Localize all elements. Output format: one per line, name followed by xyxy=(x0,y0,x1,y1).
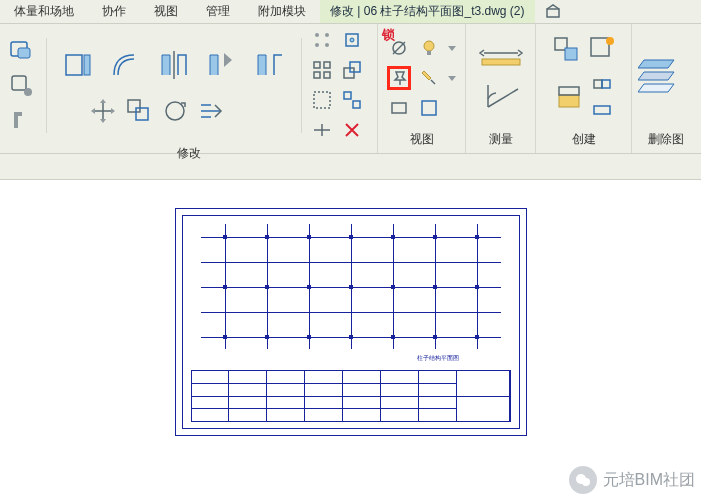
delete-icon[interactable] xyxy=(340,118,364,142)
svg-rect-8 xyxy=(128,100,140,112)
svg-rect-20 xyxy=(324,72,330,78)
panel-create: 创建 xyxy=(536,24,632,153)
panel-delete: 删除图 xyxy=(632,24,699,153)
create-similar-icon[interactable] xyxy=(590,72,614,96)
cad-drawing-viewport[interactable]: 柱子结构平面图 xyxy=(175,208,527,436)
create-group-icon[interactable] xyxy=(551,34,581,64)
copy-icon[interactable] xyxy=(124,96,154,126)
svg-point-16 xyxy=(350,38,354,42)
panel-label-view: 视图 xyxy=(384,128,459,153)
align-icon[interactable] xyxy=(57,44,99,86)
panel-label-measure: 测量 xyxy=(472,128,529,153)
menu-collaborate[interactable]: 协作 xyxy=(88,0,140,23)
bulb-icon[interactable] xyxy=(417,36,441,60)
svg-rect-5 xyxy=(66,55,82,75)
menu-view[interactable]: 视图 xyxy=(140,0,192,23)
menu-manage[interactable]: 管理 xyxy=(192,0,244,23)
svg-point-11 xyxy=(315,33,319,37)
drawing-canvas[interactable]: 柱子结构平面图 xyxy=(0,180,701,428)
snap-mid-icon[interactable] xyxy=(340,28,364,52)
ribbon: 修改 锁 xyxy=(0,24,701,154)
create-assembly-icon[interactable] xyxy=(587,34,617,64)
panel-modify: 修改 xyxy=(0,24,378,153)
menubar: 体量和场地 协作 视图 管理 附加模块 修改 | 06 柱子结构平面图_t3.d… xyxy=(0,0,701,24)
create-part-icon[interactable] xyxy=(554,82,584,112)
split-icon[interactable] xyxy=(310,118,334,142)
svg-rect-45 xyxy=(594,80,602,88)
svg-rect-43 xyxy=(559,95,579,107)
svg-rect-21 xyxy=(344,68,354,78)
watermark-text: 元培BIM社团 xyxy=(603,470,695,491)
arrow-select-icon[interactable] xyxy=(201,44,243,86)
svg-point-30 xyxy=(424,41,434,51)
svg-rect-46 xyxy=(602,80,610,88)
watermark: 元培BIM社团 xyxy=(569,466,695,494)
override-icon[interactable] xyxy=(417,96,441,120)
svg-point-13 xyxy=(315,43,319,47)
scale-icon[interactable] xyxy=(340,58,364,82)
separator xyxy=(46,38,47,133)
svg-rect-34 xyxy=(422,101,436,115)
structural-plan xyxy=(201,224,501,349)
svg-rect-25 xyxy=(353,101,360,108)
delete-layers-icon[interactable] xyxy=(638,50,680,106)
svg-rect-40 xyxy=(565,48,577,60)
panel-label-delete: 删除图 xyxy=(638,128,693,153)
panel-measure: 测量 xyxy=(466,24,536,153)
drawing-title-text: 柱子结构平面图 xyxy=(417,354,459,363)
rotate-icon[interactable] xyxy=(160,96,190,126)
panel-extra-icon[interactable] xyxy=(535,0,571,23)
measure-angle-icon[interactable] xyxy=(478,81,524,111)
panel-view: 锁 视图 xyxy=(378,24,466,153)
svg-rect-17 xyxy=(314,62,320,68)
separator xyxy=(301,38,302,133)
schedule-table xyxy=(191,370,511,422)
svg-rect-3 xyxy=(12,76,26,90)
svg-point-12 xyxy=(325,33,329,37)
menu-addins[interactable]: 附加模块 xyxy=(244,0,320,23)
lock-label: 锁 xyxy=(382,26,395,44)
create-family-icon[interactable] xyxy=(590,98,614,122)
svg-rect-2 xyxy=(18,48,30,58)
pin-icon-highlighted[interactable] xyxy=(387,66,411,90)
svg-rect-19 xyxy=(314,72,320,78)
dimension-icon[interactable] xyxy=(478,45,524,71)
panel-label-create: 创建 xyxy=(542,128,625,153)
unhide-icon[interactable] xyxy=(387,96,411,120)
svg-line-38 xyxy=(488,89,518,107)
svg-rect-36 xyxy=(482,59,520,65)
hammer-icon[interactable] xyxy=(6,104,36,134)
mirror2-icon[interactable] xyxy=(249,44,291,86)
svg-rect-0 xyxy=(547,9,559,17)
svg-rect-18 xyxy=(324,62,330,68)
select-icon[interactable] xyxy=(6,36,36,66)
dropdown-icon[interactable] xyxy=(447,74,457,82)
paint-icon[interactable] xyxy=(417,66,441,90)
group-icon[interactable] xyxy=(310,88,334,112)
move-icon[interactable] xyxy=(88,96,118,126)
svg-rect-6 xyxy=(84,55,90,75)
snap-endpoint-icon[interactable] xyxy=(310,28,334,52)
panel-label-modify: 修改 xyxy=(6,142,371,167)
offset-icon[interactable] xyxy=(105,44,147,86)
menu-mass-site[interactable]: 体量和场地 xyxy=(0,0,88,23)
trim-icon[interactable] xyxy=(196,96,226,126)
svg-rect-9 xyxy=(136,108,148,120)
svg-rect-33 xyxy=(392,103,406,113)
array-icon[interactable] xyxy=(310,58,334,82)
svg-rect-24 xyxy=(344,92,351,99)
mirror-icon[interactable] xyxy=(153,44,195,86)
dropdown-icon[interactable] xyxy=(447,44,457,52)
svg-rect-47 xyxy=(594,106,610,114)
svg-rect-31 xyxy=(427,51,431,55)
cut-icon[interactable] xyxy=(6,70,36,100)
svg-rect-23 xyxy=(314,92,330,108)
svg-point-49 xyxy=(582,478,590,486)
active-context-tab[interactable]: 修改 | 06 柱子结构平面图_t3.dwg (2) xyxy=(320,0,535,23)
svg-point-4 xyxy=(24,88,32,96)
svg-point-14 xyxy=(325,43,329,47)
svg-rect-44 xyxy=(559,87,579,95)
wechat-icon xyxy=(569,466,597,494)
ungroup-icon[interactable] xyxy=(340,88,364,112)
svg-point-42 xyxy=(606,37,614,45)
